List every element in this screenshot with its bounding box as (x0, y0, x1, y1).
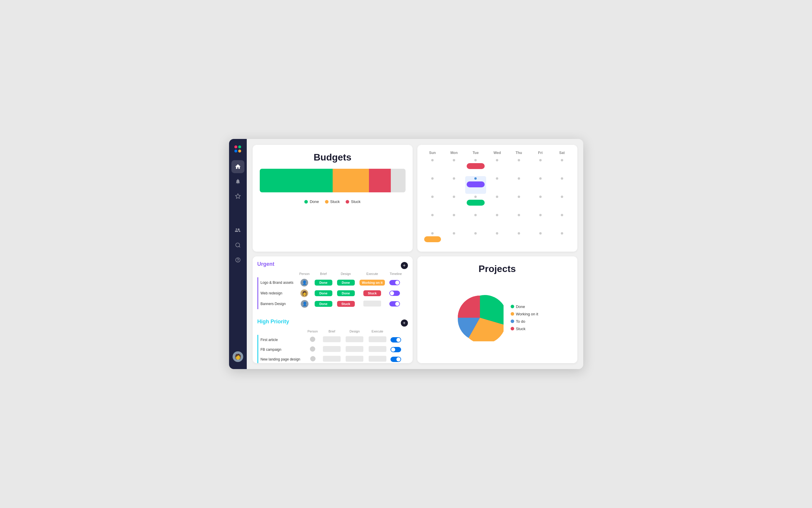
cal-cell-r3-sat[interactable] (552, 195, 572, 212)
cal-cell-r2-thu[interactable] (508, 176, 529, 194)
cal-dot (539, 177, 542, 180)
projects-card: Projects (417, 256, 577, 363)
sidebar-item-search[interactable] (232, 239, 244, 252)
cal-cell-r1-sat[interactable] (552, 158, 572, 175)
cal-dot (431, 177, 434, 180)
cal-cell-r2-wed[interactable] (487, 176, 508, 194)
toggle-purple[interactable] (389, 301, 400, 306)
cal-cell-r2-tue[interactable] (465, 176, 486, 194)
task-design: Done (335, 277, 357, 288)
sidebar-item-help[interactable] (232, 253, 244, 266)
legend-done-label: Done (310, 200, 319, 204)
cal-cell-r1-sun[interactable] (422, 158, 443, 175)
toggle-blue[interactable] (391, 337, 401, 342)
cal-dot (518, 232, 520, 235)
svg-line-2 (239, 246, 240, 248)
high-priority-add-button[interactable]: + (401, 320, 408, 327)
cal-cell-r3-thu[interactable] (508, 195, 529, 212)
toggle-purple[interactable] (389, 280, 400, 285)
sidebar-item-people[interactable] (232, 224, 244, 237)
urgent-table: Person Brief Design Execute Timeline Log… (257, 271, 408, 309)
table-row: First article (258, 335, 408, 345)
urgent-section: Urgent + Person Brief Design Execute Tim… (253, 256, 413, 309)
budget-segment-orange (333, 169, 369, 192)
cal-cell-r4-thu[interactable] (508, 213, 529, 230)
cal-cell-r1-thu[interactable] (508, 158, 529, 175)
task-person: 👩 (297, 288, 312, 299)
small-dot (310, 346, 315, 352)
cal-cell-r5-wed[interactable] (487, 231, 508, 249)
high-priority-section: High Priority + Person Brief Design Exec… (253, 314, 413, 363)
logo-dot-blue (234, 150, 237, 153)
task-extra (404, 277, 408, 288)
cal-cell-r5-tue[interactable] (465, 231, 486, 249)
cal-dot (518, 177, 520, 180)
cal-dot (496, 177, 498, 180)
status-badge: Working on it (360, 280, 385, 286)
legend-stuck-red: Stuck (346, 200, 361, 204)
legend-stuck-orange-label: Stuck (330, 200, 340, 204)
cal-dot (539, 159, 542, 161)
legend-dot-working (511, 312, 514, 316)
toggle-blue-half[interactable] (391, 347, 401, 352)
sidebar-nav (232, 160, 244, 351)
logo[interactable] (233, 144, 243, 154)
cal-cell-r5-mon[interactable] (444, 231, 464, 249)
cal-cell-r5-sun[interactable] (422, 231, 443, 249)
cal-dot (561, 177, 563, 180)
task-name: FB campaign (258, 345, 305, 354)
cal-cell-r3-wed[interactable] (487, 195, 508, 212)
cal-cell-r5-fri[interactable] (530, 231, 551, 249)
cal-cell-r2-mon[interactable] (444, 176, 464, 194)
cal-cell-r1-wed[interactable] (487, 158, 508, 175)
cal-cell-r3-sun[interactable] (422, 195, 443, 212)
cal-event-green (466, 200, 484, 206)
small-dot (310, 337, 315, 342)
avatar[interactable]: 🧑 (233, 351, 243, 362)
cal-dot (453, 177, 455, 180)
cal-cell-r1-fri[interactable] (530, 158, 551, 175)
budget-legend: Done Stuck Stuck (304, 200, 360, 204)
person-avatar: 👤 (300, 279, 308, 287)
cal-cell-r5-thu[interactable] (508, 231, 529, 249)
empty-cell (323, 346, 340, 352)
cal-cell-r4-mon[interactable] (444, 213, 464, 230)
cal-header-thu: Thu (508, 150, 529, 157)
empty-cell (369, 336, 387, 342)
cal-cell-r4-sat[interactable] (552, 213, 572, 230)
cal-cell-r1-tue[interactable] (465, 158, 486, 175)
cal-cell-r4-sun[interactable] (422, 213, 443, 230)
main-content: Budgets Done Stuck Stuck (247, 139, 583, 369)
cal-cell-r2-sun[interactable] (422, 176, 443, 194)
cal-cell-r3-fri[interactable] (530, 195, 551, 212)
high-priority-title: High Priority (257, 319, 289, 325)
cal-dot (474, 232, 477, 235)
cal-cell-r3-mon[interactable] (444, 195, 464, 212)
toggle-purple-half[interactable] (389, 291, 400, 296)
sidebar-item-home[interactable] (232, 160, 244, 173)
cal-dot (431, 196, 434, 198)
cal-cell-r5-sat[interactable] (552, 231, 572, 249)
cal-header-mon: Mon (444, 150, 464, 157)
sidebar-item-bell[interactable] (232, 175, 244, 188)
legend-dot-green (304, 200, 308, 204)
task-extra (404, 299, 408, 309)
cal-event-purple (466, 181, 484, 187)
th-person-hp: Person (305, 328, 321, 335)
task-brief: Done (312, 299, 335, 309)
cal-cell-r3-tue[interactable] (465, 195, 486, 212)
toggle-blue[interactable] (391, 357, 401, 362)
cal-dot (518, 214, 520, 216)
cal-cell-r4-wed[interactable] (487, 213, 508, 230)
cal-cell-r4-tue[interactable] (465, 213, 486, 230)
cal-cell-r2-sat[interactable] (552, 176, 572, 194)
sidebar-item-star[interactable] (232, 190, 244, 203)
urgent-add-button[interactable]: + (401, 262, 408, 269)
cal-cell-r2-fri[interactable] (530, 176, 551, 194)
th-execute-urgent: Execute (357, 271, 387, 277)
cal-dot (453, 196, 455, 198)
task-design-hp (343, 335, 366, 345)
budgets-title: Budgets (314, 152, 352, 163)
cal-cell-r1-mon[interactable] (444, 158, 464, 175)
cal-cell-r4-fri[interactable] (530, 213, 551, 230)
